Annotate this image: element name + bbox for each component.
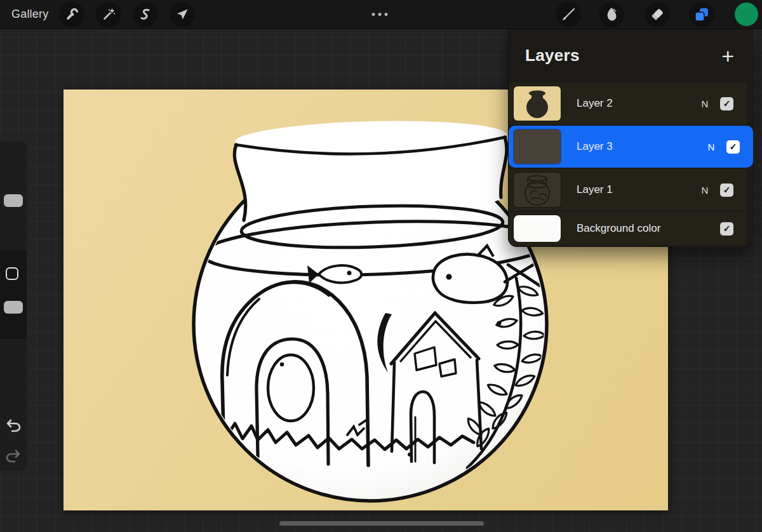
sidebar-inset: [0, 250, 27, 339]
layer-name: Layer 1: [577, 183, 698, 196]
blend-mode-button[interactable]: N: [698, 185, 711, 196]
top-toolbar: Gallery •••: [0, 0, 762, 29]
layer-name: Layer 2: [577, 97, 698, 110]
add-layer-button[interactable]: +: [719, 46, 737, 65]
side-toolbar: [0, 141, 27, 471]
blend-mode-button[interactable]: N: [698, 98, 711, 109]
eraser-icon: [649, 6, 665, 23]
brush-icon: [560, 6, 577, 23]
layers-panel-header: Layers +: [509, 29, 753, 83]
layer-name: Background color: [577, 222, 698, 235]
layer-row-layer-2[interactable]: Layer 2 N ✓: [509, 83, 747, 124]
layers-panel-title: Layers: [525, 46, 580, 65]
layers-panel: Layers + Layer 2 N ✓ Layer 3 N: [508, 29, 753, 247]
home-indicator[interactable]: [279, 521, 484, 526]
check-icon: ✓: [723, 185, 731, 194]
layer-1-thumbnail: [514, 173, 561, 207]
background-color-thumbnail: [514, 215, 561, 242]
smudge-finger-icon: [603, 6, 620, 23]
eraser-tool-button[interactable]: [645, 2, 670, 27]
layer-name: Layer 3: [577, 140, 705, 153]
layer-row-layer-3[interactable]: Layer 3 N ✓: [509, 126, 753, 168]
redo-button[interactable]: [4, 448, 22, 466]
check-icon: ✓: [730, 142, 737, 151]
brush-size-slider[interactable]: [4, 194, 23, 207]
undo-button[interactable]: [4, 418, 22, 436]
layer-visibility-checkbox[interactable]: ✓: [720, 183, 733, 197]
layer-row-background-color[interactable]: Background color ✓: [509, 212, 747, 245]
undo-icon: [5, 418, 22, 434]
check-icon: ✓: [723, 224, 731, 233]
layer-visibility-checkbox[interactable]: ✓: [720, 97, 733, 110]
brush-tool-button[interactable]: [556, 2, 581, 27]
layer-visibility-checkbox[interactable]: ✓: [726, 140, 740, 154]
layer-visibility-checkbox[interactable]: ✓: [720, 222, 733, 236]
smudge-tool-button[interactable]: [599, 2, 624, 27]
layer-row-layer-1[interactable]: Layer 1 N ✓: [509, 169, 747, 211]
layer-2-thumbnail: [514, 86, 561, 121]
redo-icon: [5, 449, 22, 464]
check-icon: ✓: [723, 99, 731, 108]
opacity-slider[interactable]: [4, 301, 23, 314]
layers-panel-button[interactable]: [689, 2, 714, 27]
modify-button[interactable]: [6, 267, 18, 280]
blend-mode-button[interactable]: N: [705, 142, 718, 152]
layers-icon: [693, 6, 710, 23]
procreate-screen: Gallery •••: [0, 0, 762, 532]
color-swatch-button[interactable]: [735, 3, 758, 26]
layer-3-thumbnail: [514, 130, 561, 164]
